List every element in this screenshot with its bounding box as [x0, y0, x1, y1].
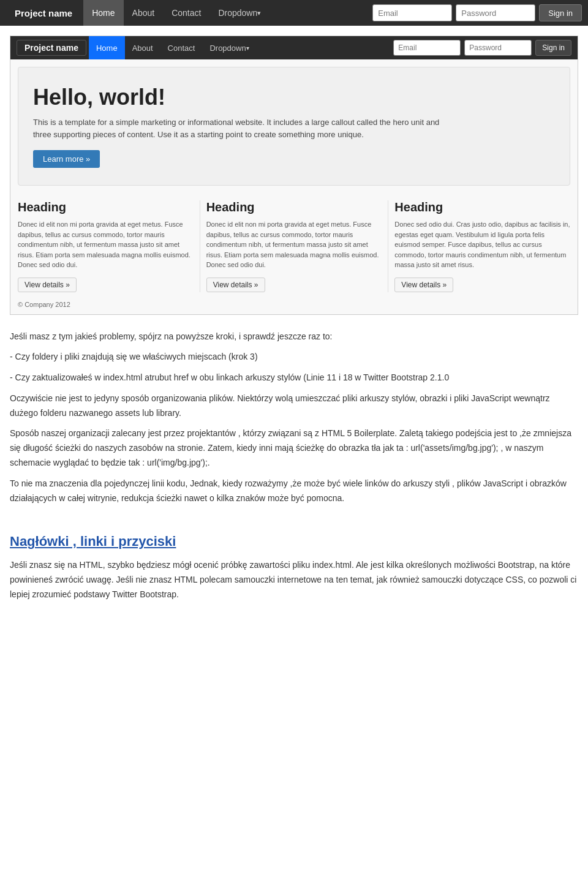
col-3-details-button[interactable]: View details » [394, 278, 453, 292]
outer-nav-dropdown[interactable]: Dropdown [209, 0, 270, 26]
section-heading: Nagłówki , linki i przyciski [10, 534, 578, 550]
article-bullet2: - Czy zaktualizowałeś w index.html atrub… [10, 371, 578, 385]
outer-password-input[interactable] [456, 4, 535, 21]
site-nav-about[interactable]: About [125, 36, 160, 59]
col-2-details-button[interactable]: View details » [206, 278, 265, 292]
outer-nav-contact[interactable]: Contact [163, 0, 209, 26]
site-nav-home[interactable]: Home [89, 36, 125, 59]
article-intro: Jeśli masz z tym jakieś problemy, spójrz… [10, 330, 578, 344]
site-nav-items: Home About Contact Dropdown [89, 36, 257, 59]
article-bottom-para1: Jeśli znasz się na HTML, szybko będziesz… [10, 558, 578, 602]
outer-navbar: Project name Home About Contact Dropdown… [0, 0, 588, 26]
outer-nav-home[interactable]: Home [83, 0, 123, 26]
site-nav-dropdown[interactable]: Dropdown [202, 36, 256, 59]
article-para2: Sposób naszej organizacji zalecany jest … [10, 426, 578, 470]
article-para1: Oczywiście nie jest to jedyny sposób org… [10, 391, 578, 421]
outer-navbar-right: Sign in [372, 4, 582, 21]
article-section: Jeśli masz z tym jakieś problemy, spójrz… [0, 322, 588, 522]
site-password-input[interactable] [464, 40, 532, 56]
col-3-text: Donec sed odio dui. Cras justo odio, dap… [394, 219, 570, 270]
site-navbar-right: Sign in [393, 40, 571, 56]
outer-email-input[interactable] [372, 4, 452, 21]
footer-text: © Company 2012 [18, 301, 70, 308]
col-2-text: Donec id elit non mi porta gravida at eg… [206, 219, 382, 270]
article-bullet1: - Czy foldery i pliki znajdują się we wł… [10, 350, 578, 365]
col-1-text: Donec id elit non mi porta gravida at eg… [18, 219, 194, 270]
column-1: Heading Donec id elit non mi porta gravi… [18, 200, 200, 292]
col-3-heading: Heading [394, 200, 570, 214]
col-1-details-button[interactable]: View details » [18, 278, 77, 292]
site-footer: © Company 2012 [10, 296, 578, 314]
hero-section: Hello, world! This is a template for a s… [18, 67, 570, 186]
outer-signin-button[interactable]: Sign in [539, 4, 582, 21]
article-para3: To nie ma znaczenia dla pojedynczej lini… [10, 477, 578, 506]
outer-brand[interactable]: Project name [6, 8, 81, 18]
col-1-heading: Heading [18, 200, 194, 214]
outer-nav-items: Home About Contact Dropdown [83, 0, 270, 26]
site-navbar: Project name Home About Contact Dropdown… [10, 36, 578, 59]
article-bottom: Jeśli znasz się na HTML, szybko będziesz… [0, 558, 588, 620]
site-nav-contact[interactable]: Contact [160, 36, 203, 59]
browser-frame: Project name Home About Contact Dropdown… [10, 36, 578, 315]
hero-title: Hello, world! [33, 85, 555, 110]
site-brand[interactable]: Project name [17, 40, 86, 56]
column-2: Heading Donec id elit non mi porta gravi… [200, 200, 388, 292]
col-2-heading: Heading [206, 200, 382, 214]
columns-section: Heading Donec id elit non mi porta gravi… [10, 193, 578, 296]
outer-nav-about[interactable]: About [124, 0, 164, 26]
site-signin-button[interactable]: Sign in [535, 40, 571, 56]
hero-text: This is a template for a simple marketin… [33, 116, 450, 140]
hero-learn-more-button[interactable]: Learn more » [33, 150, 100, 168]
column-3: Heading Donec sed odio dui. Cras justo o… [388, 200, 570, 292]
site-email-input[interactable] [393, 40, 461, 56]
